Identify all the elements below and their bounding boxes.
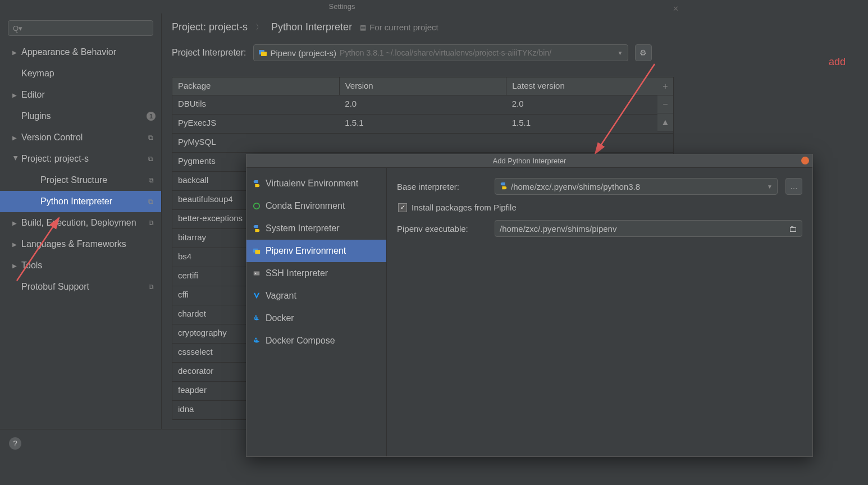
env-type-docker[interactable]: Docker [246, 307, 386, 330]
breadcrumb-separator-icon: 〉 [255, 22, 263, 33]
table-row[interactable]: PyExecJS1.5.11.5.1 [172, 115, 673, 134]
add-package-button[interactable]: + [657, 77, 673, 95]
svg-rect-6 [255, 250, 260, 254]
sidebar-item-plugins[interactable]: Plugins1 [0, 106, 161, 127]
table-row[interactable]: DBUtils2.02.0 [172, 95, 673, 115]
conda-icon [252, 202, 261, 211]
python-icon [252, 224, 261, 233]
env-type-label: SSH Interpreter [266, 268, 328, 278]
package-name: PyExecJS [172, 115, 339, 133]
expand-arrow-icon: ▶ [13, 155, 19, 162]
install-packages-label: Install packages from Pipfile [412, 203, 517, 212]
install-packages-checkbox[interactable]: ✓ [398, 203, 407, 212]
sidebar-item-label: Project Structure [40, 175, 107, 185]
env-type-label: Docker Compose [266, 336, 335, 346]
expand-arrow-icon: ▶ [12, 49, 19, 56]
package-latest: 1.5.1 [506, 115, 673, 133]
package-latest: 2.0 [506, 95, 673, 114]
env-type-pipenv-environment[interactable]: Pipenv Environment [246, 240, 386, 262]
vagrant-icon [252, 291, 261, 300]
packages-header: Package Version Latest version [172, 77, 673, 95]
env-type-conda-environment[interactable]: Conda Environment [246, 195, 386, 217]
close-icon[interactable]: ✕ [671, 2, 679, 10]
settings-title: Settings [329, 2, 355, 11]
badge-count: 1 [147, 112, 156, 121]
env-type-vagrant[interactable]: Vagrant [246, 285, 386, 307]
breadcrumb-page: Python Interpreter [271, 21, 352, 33]
expand-arrow-icon: ▶ [12, 241, 19, 248]
expand-arrow-icon: ▶ [12, 92, 19, 98]
environment-form: Base interpreter: /home/zxc/.pyenv/shims… [387, 168, 812, 456]
sidebar-item-project-project-s[interactable]: ▶Project: project-s⧉ [0, 148, 161, 170]
settings-sidebar: Q▾ ▶Appearance & BehaviorKeymap▶EditorPl… [0, 13, 162, 457]
package-name: DBUtils [172, 95, 339, 114]
sidebar-item-keymap[interactable]: Keymap [0, 63, 161, 84]
ssh-icon [252, 269, 261, 278]
env-type-virtualenv-environment[interactable]: Virtualenv Environment [246, 172, 386, 195]
copy-icon: ⧉ [147, 282, 156, 291]
svg-rect-8 [254, 317, 256, 319]
sidebar-item-label: Keymap [21, 68, 54, 79]
column-latest[interactable]: Latest version [506, 77, 673, 95]
env-type-ssh-interpreter[interactable]: SSH Interpreter [246, 262, 386, 285]
pipenv-executable-input[interactable]: /home/zxc/.pyenv/shims/pipenv 🗀 [495, 220, 802, 237]
package-version: 2.0 [339, 95, 506, 114]
browse-base-button[interactable]: … [785, 178, 802, 195]
sidebar-item-label: Plugins [21, 111, 51, 121]
sidebar-item-label: Editor [21, 90, 45, 100]
sidebar-item-editor[interactable]: ▶Editor [0, 84, 161, 106]
search-icon: Q▾ [13, 24, 22, 33]
env-type-system-interpreter[interactable]: System Interpreter [246, 217, 386, 240]
package-version: 1.5.1 [339, 115, 506, 133]
upgrade-package-button[interactable]: ▲ [657, 113, 673, 131]
sidebar-item-label: Version Control [21, 132, 83, 143]
dialog-title: Add Python Interpreter [493, 157, 567, 165]
folder-icon[interactable]: 🗀 [789, 224, 797, 234]
table-row[interactable]: PyMySQL [172, 134, 673, 153]
svg-rect-13 [255, 338, 257, 340]
sidebar-item-version-control[interactable]: ▶Version Control⧉ [0, 127, 161, 148]
interpreter-select[interactable]: Pipenv (project-s) Python 3.8.1 ~/.local… [253, 44, 628, 61]
project-interpreter-label: Project Interpreter: [172, 48, 246, 58]
add-interpreter-dialog: Add Python Interpreter Virtualenv Enviro… [246, 154, 813, 457]
sidebar-item-python-interpreter[interactable]: Python Interpreter⧉ [0, 191, 161, 212]
sidebar-item-appearance-behavior[interactable]: ▶Appearance & Behavior [0, 42, 161, 63]
sidebar-item-label: Python Interpreter [40, 196, 112, 207]
column-version[interactable]: Version [340, 77, 507, 95]
base-interpreter-select[interactable]: /home/zxc/.pyenv/shims/python3.8 ▼ [495, 178, 778, 195]
help-button[interactable]: ? [9, 437, 21, 450]
sidebar-item-label: Appearance & Behavior [21, 47, 116, 57]
column-package[interactable]: Package [172, 77, 340, 95]
env-type-label: Docker [266, 313, 294, 323]
env-type-label: Conda Environment [266, 201, 345, 211]
pipenv-executable-value: /home/zxc/.pyenv/shims/pipenv [500, 224, 616, 234]
sidebar-item-protobuf-support[interactable]: Protobuf Support⧉ [0, 276, 161, 298]
for-current-project-label: For current project [369, 22, 438, 32]
copy-icon: ⧉ [147, 133, 156, 142]
interpreter-settings-button[interactable]: ⚙ [635, 44, 652, 61]
sidebar-item-label: Languages & Frameworks [21, 239, 126, 249]
svg-rect-1 [261, 52, 267, 56]
pipenv-executable-label: Pipenv executable: [397, 224, 487, 234]
environment-type-list: Virtualenv EnvironmentConda EnvironmentS… [246, 168, 387, 456]
sidebar-item-build-execution-deploymen[interactable]: ▶Build, Execution, Deploymen⧉ [0, 212, 161, 234]
env-type-docker-compose[interactable]: Docker Compose [246, 330, 386, 352]
pipenv-icon [258, 48, 267, 57]
dialog-close-button[interactable] [801, 157, 809, 164]
sidebar-item-label: Project: project-s [21, 154, 89, 164]
env-type-label: Virtualenv Environment [266, 179, 358, 189]
sidebar-item-project-structure[interactable]: Project Structure⧉ [0, 170, 161, 191]
settings-titlebar: Settings ✕ [0, 0, 684, 13]
svg-rect-9 [256, 317, 258, 319]
search-field[interactable] [25, 24, 148, 33]
env-type-label: Vagrant [266, 291, 296, 301]
remove-package-button[interactable]: − [657, 95, 673, 113]
base-interpreter-value: /home/zxc/.pyenv/shims/python3.8 [511, 182, 640, 191]
interpreter-path: Python 3.8.1 ~/.local/share/virtualenvs/… [340, 48, 614, 57]
sidebar-item-languages-frameworks[interactable]: ▶Languages & Frameworks [0, 234, 161, 255]
package-version [339, 134, 506, 152]
sidebar-item-tools[interactable]: ▶Tools [0, 255, 161, 276]
search-input[interactable]: Q▾ [8, 20, 153, 36]
svg-rect-11 [254, 340, 256, 341]
copy-icon: ⧉ [147, 176, 156, 185]
